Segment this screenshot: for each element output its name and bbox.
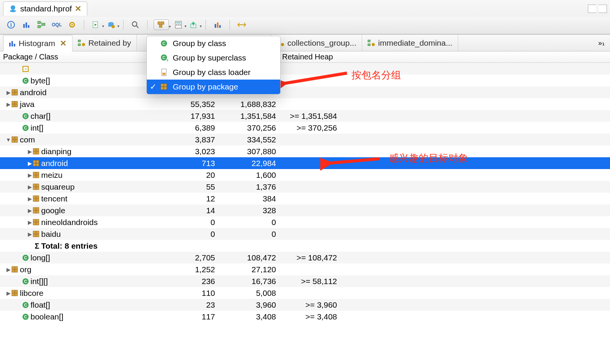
table-row[interactable]: Cint[][]23616,736>= 58,112 — [0, 275, 610, 287]
menu-group-by-class[interactable]: C Group by class — [147, 36, 280, 51]
gear-icon[interactable] — [66, 19, 78, 30]
table-row[interactable]: Cbyte[] — [0, 75, 610, 86]
cell-objects: 0 — [159, 230, 218, 239]
svg-rect-40 — [368, 44, 370, 46]
cell-shallow-heap: 1,376 — [218, 182, 279, 192]
class-icon: C — [22, 254, 30, 261]
svg-rect-22 — [176, 22, 181, 24]
cell-shallow-heap: 328 — [218, 206, 279, 215]
svg-rect-116 — [162, 73, 165, 75]
table-row[interactable]: ▶libcore1105,008 — [0, 287, 610, 299]
table-row[interactable]: ⋆ — [0, 63, 610, 75]
disclosure-triangle[interactable]: ▶ — [5, 290, 11, 296]
svg-text:C: C — [162, 55, 165, 60]
menu-group-by-classloader[interactable]: Group by class loader — [147, 65, 280, 80]
svg-text:C: C — [24, 114, 27, 118]
oql-icon[interactable]: OQL — [51, 19, 63, 30]
editor-tab[interactable]: standard.hprof ✕ — [3, 2, 87, 16]
svg-rect-88 — [33, 222, 36, 225]
package-icon — [11, 266, 20, 273]
maximize-button[interactable] — [599, 5, 607, 13]
table-row[interactable]: Cfloat[]233,960>= 3,960 — [0, 299, 610, 311]
tree-icon[interactable] — [36, 19, 47, 30]
tab-dominators[interactable]: immediate_domina... — [362, 35, 458, 51]
db-gear-dropdown[interactable]: ▾ — [106, 19, 117, 30]
search-icon[interactable] — [130, 19, 141, 30]
menu-group-by-package[interactable]: ✓ Group by package — [147, 80, 280, 94]
calc-dropdown[interactable]: ▾ — [173, 19, 184, 30]
disclosure-triangle[interactable]: ▶ — [27, 231, 33, 237]
table-row[interactable]: ▶nineoldandroids00 — [0, 216, 610, 228]
disclosure-triangle[interactable]: ▶ — [27, 160, 33, 166]
table-row[interactable]: ▶baidu00 — [0, 228, 610, 240]
disclosure-triangle[interactable]: ▶ — [27, 148, 33, 155]
svg-rect-18 — [158, 22, 161, 24]
table-row[interactable]: ▶tencent12384 — [0, 193, 610, 204]
table-row[interactable]: ▶dianping3,023307,880 — [0, 145, 610, 157]
tabs-overflow[interactable]: »₁ — [596, 39, 607, 47]
disclosure-triangle[interactable]: ▶ — [27, 219, 33, 225]
package-icon — [33, 207, 41, 214]
svg-rect-68 — [33, 163, 36, 166]
tab-collections[interactable]: collections_group... — [271, 35, 362, 51]
disclosure-triangle[interactable]: ▶ — [5, 89, 11, 96]
svg-rect-59 — [15, 137, 18, 139]
table-row[interactable]: ▶google14328 — [0, 204, 610, 216]
svg-rect-61 — [15, 140, 18, 142]
svg-rect-76 — [33, 187, 36, 190]
disclosure-triangle[interactable]: ▶ — [27, 184, 33, 190]
export-dropdown[interactable]: ▾ — [188, 19, 199, 30]
svg-rect-9 — [42, 23, 45, 26]
tab-retained[interactable]: Retained by — [72, 35, 137, 51]
table-row[interactable]: ▶meizu201,600 — [0, 169, 610, 181]
histogram-icon[interactable] — [21, 19, 32, 30]
tab-histogram[interactable]: Histogram ✕ — [3, 35, 72, 51]
svg-rect-60 — [12, 140, 14, 142]
svg-rect-4 — [23, 24, 25, 28]
cell-objects: 20 — [159, 171, 218, 180]
table-row[interactable]: ▼com3,837334,552 — [0, 134, 610, 145]
disclosure-triangle[interactable]: ▶ — [5, 267, 11, 273]
disclosure-triangle[interactable]: ▶ — [27, 172, 33, 178]
menu-group-by-superclass[interactable]: Cs Group by superclass — [147, 51, 280, 65]
svg-rect-75 — [36, 184, 39, 187]
table-row[interactable]: Clong[]2,705108,472>= 108,472 — [0, 252, 610, 263]
minimize-button[interactable] — [588, 5, 596, 13]
disclosure-triangle[interactable]: ▶ — [5, 101, 11, 107]
svg-rect-48 — [12, 93, 14, 95]
tab-label: Retained by — [88, 38, 131, 48]
tab-label: immediate_domina... — [378, 38, 453, 48]
table-row[interactable]: ▶org1,25227,120 — [0, 263, 610, 275]
svg-rect-53 — [15, 104, 18, 107]
svg-rect-47 — [15, 89, 18, 92]
package-icon — [161, 83, 169, 90]
compare-histogram-icon[interactable] — [212, 19, 223, 30]
table-row[interactable]: ΣTotal: 8 entries — [0, 240, 610, 252]
disclosure-triangle[interactable]: ▶ — [27, 196, 33, 202]
table-row[interactable]: Cboolean[]1173,408>= 3,408 — [0, 311, 610, 322]
cell-shallow-heap: 1,688,832 — [218, 100, 279, 109]
row-name: int[] — [30, 123, 43, 133]
table-row[interactable]: ▶squareup551,376 — [0, 181, 610, 193]
svg-rect-85 — [36, 211, 39, 213]
table-row[interactable]: Cint[]6,389370,256>= 370,256 — [0, 122, 610, 134]
run-dropdown[interactable]: ▾ — [90, 19, 102, 30]
disclosure-triangle[interactable]: ▶ — [27, 208, 33, 214]
table-row[interactable]: ▶android71322,984 — [0, 157, 610, 169]
group-dropdown[interactable]: ▾ — [154, 19, 169, 30]
close-icon[interactable]: ✕ — [60, 39, 67, 48]
table-row[interactable]: Cchar[]17,9311,351,584>= 1,351,584 — [0, 110, 610, 122]
table-row[interactable]: ▶android — [0, 86, 610, 98]
cell-shallow-heap: 334,552 — [218, 135, 279, 144]
tree-gear-icon — [368, 40, 375, 46]
col-package-class[interactable]: Package / Class — [0, 51, 159, 62]
col-retained-heap[interactable]: Retained Heap — [279, 51, 340, 62]
expand-icon[interactable] — [236, 19, 247, 30]
close-icon[interactable]: ✕ — [75, 4, 82, 13]
disclosure-triangle[interactable]: ▼ — [5, 137, 11, 143]
svg-text:⋆: ⋆ — [24, 67, 27, 71]
svg-rect-86 — [33, 219, 36, 222]
info-icon[interactable]: i — [5, 19, 17, 30]
table-row[interactable]: ▶java55,3521,688,832 — [0, 98, 610, 110]
cell-shallow-heap: 16,736 — [218, 277, 279, 286]
